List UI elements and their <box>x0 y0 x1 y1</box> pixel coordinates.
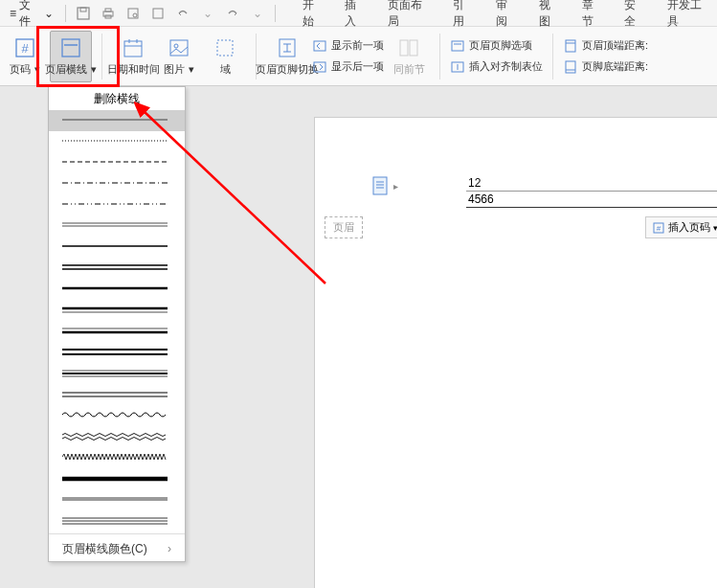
header-content[interactable]: 12 4566 <box>466 175 717 208</box>
hfswitch-button[interactable]: 页眉页脚切换 <box>266 31 308 82</box>
file-menu[interactable]: ≡ 文件 ⌄ <box>4 0 59 33</box>
pagenum-small-icon: # <box>652 221 665 235</box>
hfswitch-label: 页眉页脚切换 <box>256 62 319 77</box>
tab-insert[interactable]: 插入 <box>343 0 369 34</box>
ribbon-col-dist: 页眉顶端距离: 页脚底端距离: <box>563 38 648 75</box>
remove-line-item[interactable]: 删除横线 <box>49 87 185 110</box>
shownext-button[interactable]: 显示后一项 <box>312 59 384 75</box>
hfoptions-label: 页眉页脚选项 <box>469 38 532 53</box>
separator <box>275 5 276 22</box>
chevron-down-icon[interactable]: ⌄ <box>250 6 265 21</box>
file-label: 文件 <box>19 0 41 30</box>
headerline-icon <box>58 35 83 60</box>
headerline-button[interactable]: 页眉横线 ▾ <box>50 31 92 82</box>
line-style-dashed[interactable] <box>49 152 185 173</box>
datetime-button[interactable]: 日期和时间 <box>112 31 154 82</box>
separator <box>65 5 66 22</box>
footerdist-item[interactable]: 页脚底端距离: <box>563 59 648 75</box>
showprev-label: 显示前一项 <box>331 38 384 53</box>
sameprev-button[interactable]: 同前节 <box>388 31 430 82</box>
svg-rect-24 <box>452 41 463 51</box>
line-style-zigzag[interactable] <box>49 447 185 468</box>
headerdist-label: 页眉顶端距离: <box>582 38 648 53</box>
tab-pagelayout[interactable]: 页面布局 <box>386 0 434 34</box>
svg-rect-32 <box>373 177 387 194</box>
line-style-triple-close[interactable] <box>49 510 185 531</box>
field-button[interactable]: 域 <box>204 31 246 82</box>
calendar-icon <box>121 35 146 60</box>
chevron-down-icon[interactable]: ⌄ <box>200 6 215 21</box>
svg-rect-0 <box>78 8 89 19</box>
line-style-med-pair[interactable] <box>49 384 185 405</box>
svg-rect-30 <box>566 61 575 73</box>
tab-devtools[interactable]: 开发工具 <box>665 0 713 34</box>
line-style-extra-thick[interactable] <box>49 468 185 489</box>
header-line-2[interactable]: 4566 <box>466 192 717 208</box>
tab-chapter[interactable]: 章节 <box>580 0 606 34</box>
svg-rect-21 <box>314 62 325 72</box>
insertalign-button[interactable]: 插入对齐制表位 <box>450 59 543 75</box>
headerdist-item[interactable]: 页眉顶端距离: <box>563 38 648 54</box>
datetime-label: 日期和时间 <box>107 62 160 77</box>
header-line-1[interactable]: 12 <box>466 175 717 192</box>
picture-icon <box>167 35 191 60</box>
tab-safety[interactable]: 安全 <box>622 0 648 34</box>
svg-rect-22 <box>400 40 408 56</box>
tab-start[interactable]: 开始 <box>301 0 326 34</box>
print-preview-icon[interactable] <box>125 6 141 21</box>
menubar: ≡ 文件 ⌄ ⌄ ⌄ 开始 插入 页面布局 引用 审阅 视图 章节 安全 开发工… <box>0 0 717 27</box>
line-style-thin-thick[interactable] <box>49 321 185 342</box>
tab-strip: 开始 插入 页面布局 引用 审阅 视图 章节 安全 开发工具 <box>301 0 713 34</box>
insert-pagenum-button[interactable]: # 插入页码 ▾ <box>645 216 717 238</box>
ribbon-col-nav: 显示前一项 显示后一项 <box>312 38 384 75</box>
line-style-double-wavy[interactable] <box>49 426 185 447</box>
svg-rect-23 <box>410 40 417 56</box>
line-style-dashdotdot[interactable] <box>49 194 185 215</box>
sameprev-icon <box>396 35 421 60</box>
shownext-label: 显示后一项 <box>331 59 384 74</box>
line-style-double-close[interactable] <box>49 489 185 510</box>
line-style-medium[interactable] <box>49 237 185 258</box>
pagenum-button[interactable]: # 页码 ▾ <box>4 31 46 82</box>
redo-icon[interactable] <box>225 6 240 21</box>
line-style-solid-thin[interactable] <box>49 110 185 131</box>
line-style-triple[interactable] <box>49 363 185 384</box>
paper[interactable]: ▸ 12 4566 页眉 # 插入页码 ▾ <box>314 117 717 588</box>
line-style-dashdot[interactable] <box>49 173 185 194</box>
svg-rect-1 <box>80 8 86 11</box>
sameprev-label: 同前节 <box>393 62 425 77</box>
line-color-label: 页眉横线颜色(C) <box>62 541 147 557</box>
footerdist-icon <box>563 59 578 75</box>
save-icon[interactable] <box>76 6 91 21</box>
line-style-double-thin[interactable] <box>49 215 185 237</box>
separator <box>439 34 440 79</box>
line-style-wavy[interactable] <box>49 405 185 426</box>
print-icon[interactable] <box>101 6 116 21</box>
tab-review[interactable]: 审阅 <box>494 0 520 34</box>
svg-rect-12 <box>124 41 142 57</box>
tab-reference[interactable]: 引用 <box>451 0 477 34</box>
tab-view[interactable]: 视图 <box>537 0 563 34</box>
svg-point-6 <box>133 13 137 17</box>
chevron-icon[interactable]: ▸ <box>393 181 398 192</box>
hfoptions-button[interactable]: 页眉页脚选项 <box>450 38 543 54</box>
separator <box>101 34 102 79</box>
preview-icon[interactable] <box>150 6 166 21</box>
svg-rect-16 <box>170 40 188 56</box>
headerline-dropdown: 删除横线 页眉横线颜色(C) › <box>48 86 186 562</box>
undo-icon[interactable] <box>175 6 190 21</box>
showprev-button[interactable]: 显示前一项 <box>312 38 384 54</box>
svg-rect-20 <box>314 41 325 51</box>
line-color-item[interactable]: 页眉横线颜色(C) › <box>49 536 185 561</box>
line-style-thick-thin[interactable] <box>49 300 185 321</box>
quick-access: ⌄ ⌄ <box>72 6 269 21</box>
line-style-double-thick[interactable] <box>49 342 185 363</box>
aligntab-icon <box>450 59 465 75</box>
line-style-double-medium[interactable] <box>49 258 185 279</box>
line-style-thick[interactable] <box>49 279 185 300</box>
line-style-dotted[interactable] <box>49 131 185 152</box>
chevron-down-icon: ▾ <box>713 223 717 233</box>
insert-pagenum-label: 插入页码 <box>668 220 710 235</box>
separator <box>49 533 185 534</box>
picture-button[interactable]: 图片 ▾ <box>158 31 200 82</box>
